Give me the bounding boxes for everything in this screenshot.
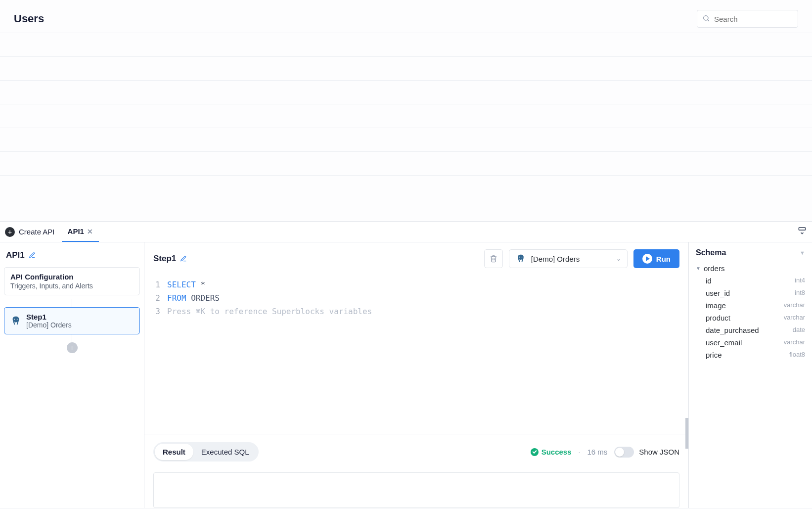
column-name: image (706, 301, 726, 310)
postgres-icon (10, 316, 21, 326)
column-type: varchar (784, 338, 805, 347)
tab-api1[interactable]: API1 ✕ (62, 222, 99, 242)
column-type: varchar (784, 301, 805, 310)
svg-point-6 (521, 257, 522, 258)
step-datasource: [Demo] Orders (26, 321, 72, 329)
show-json-toggle[interactable] (614, 447, 634, 458)
config-sub: Triggers, Inputs, and Alerts (10, 282, 134, 290)
column-name: id (706, 277, 712, 285)
code-keyword: SELECT (167, 280, 196, 289)
code-keyword: FROM (167, 293, 186, 303)
schema-column[interactable]: idint4 (706, 277, 805, 285)
execution-time: 16 ms (587, 448, 607, 456)
column-type: int8 (795, 289, 805, 297)
line-number: 1 (153, 278, 160, 291)
api-name-header[interactable]: API1 (4, 247, 140, 263)
connector-line (72, 334, 72, 342)
column-type: varchar (784, 314, 805, 322)
code-token: ORDERS (191, 293, 220, 303)
column-type: float8 (789, 351, 805, 359)
scroll-indicator[interactable] (685, 418, 688, 449)
status-badge: Success (531, 448, 572, 456)
close-icon[interactable]: ✕ (87, 228, 93, 235)
search-box[interactable] (697, 10, 798, 28)
step-name: Step1 (26, 313, 72, 321)
schema-column[interactable]: date_purchaseddate (706, 326, 805, 334)
table-row (0, 57, 812, 81)
schema-column[interactable]: user_emailvarchar (706, 338, 805, 347)
run-label: Run (656, 255, 671, 263)
create-api-label: Create API (19, 228, 55, 236)
tab-executed-sql[interactable]: Executed SQL (193, 444, 257, 460)
schema-column[interactable]: imagevarchar (706, 301, 805, 310)
pencil-icon[interactable] (29, 252, 36, 259)
editor-placeholder: Press ⌘K to reference Superblocks variab… (167, 305, 372, 318)
table-row (0, 104, 812, 128)
column-type: date (793, 326, 805, 334)
column-name: user_id (706, 289, 730, 297)
column-name: date_purchased (706, 326, 759, 334)
tab-result[interactable]: Result (155, 444, 193, 460)
table-row (0, 81, 812, 104)
search-input[interactable] (714, 15, 808, 23)
search-icon (702, 14, 710, 24)
separator: · (579, 448, 581, 456)
svg-point-0 (704, 15, 708, 20)
schema-table-orders[interactable]: ▼ orders (696, 264, 805, 273)
results-tabs: Result Executed SQL (153, 442, 259, 462)
svg-line-1 (708, 20, 709, 21)
schema-column[interactable]: user_idint8 (706, 289, 805, 297)
table-area (0, 33, 812, 221)
svg-rect-2 (799, 228, 805, 230)
pencil-icon[interactable] (180, 255, 187, 262)
schema-column[interactable]: pricefloat8 (706, 351, 805, 359)
caret-down-icon: ▼ (696, 266, 701, 271)
plus-icon: + (5, 227, 15, 237)
toggle-label: Show JSON (639, 448, 679, 456)
delete-button[interactable] (484, 249, 503, 268)
status-text: Success (541, 448, 572, 456)
step-item-step1[interactable]: Step1 [Demo] Orders (4, 307, 140, 334)
add-step-button[interactable]: + (67, 342, 78, 353)
schema-column[interactable]: productvarchar (706, 314, 805, 322)
api-name-label: API1 (6, 250, 25, 260)
table-name: orders (704, 264, 725, 273)
column-name: user_email (706, 338, 742, 347)
result-output (153, 472, 679, 508)
postgres-icon (515, 253, 526, 264)
create-api-button[interactable]: + Create API (0, 222, 62, 242)
connector-line (72, 299, 72, 307)
trash-icon (490, 255, 497, 263)
line-number: 3 (153, 305, 160, 318)
svg-point-4 (17, 319, 18, 320)
svg-point-3 (14, 319, 15, 320)
svg-point-5 (519, 257, 520, 258)
check-icon (531, 448, 539, 456)
schema-title: Schema (696, 248, 726, 257)
chevron-down-icon[interactable]: ▼ (800, 250, 805, 256)
table-row (0, 33, 812, 57)
code-editor[interactable]: 1 SELECT * 2 FROM ORDERS 3 Press ⌘K to r… (144, 275, 688, 434)
play-icon (642, 254, 652, 264)
column-name: product (706, 314, 730, 322)
panel-collapse-icon[interactable] (797, 226, 807, 237)
column-type: int4 (795, 277, 805, 285)
tab-label: API1 (68, 227, 84, 235)
chevron-down-icon: ⌄ (616, 255, 621, 262)
datasource-select[interactable]: [Demo] Orders ⌄ (509, 249, 628, 268)
datasource-label: [Demo] Orders (531, 255, 611, 263)
column-name: price (706, 351, 722, 359)
table-row (0, 128, 812, 152)
page-title: Users (14, 12, 44, 25)
api-configuration-button[interactable]: API Configuration Triggers, Inputs, and … (4, 267, 140, 295)
run-button[interactable]: Run (633, 249, 679, 268)
table-row (0, 152, 812, 176)
config-title: API Configuration (10, 273, 134, 281)
code-token: * (200, 280, 205, 289)
step-title: Step1 (153, 254, 176, 264)
line-number: 2 (153, 291, 160, 305)
